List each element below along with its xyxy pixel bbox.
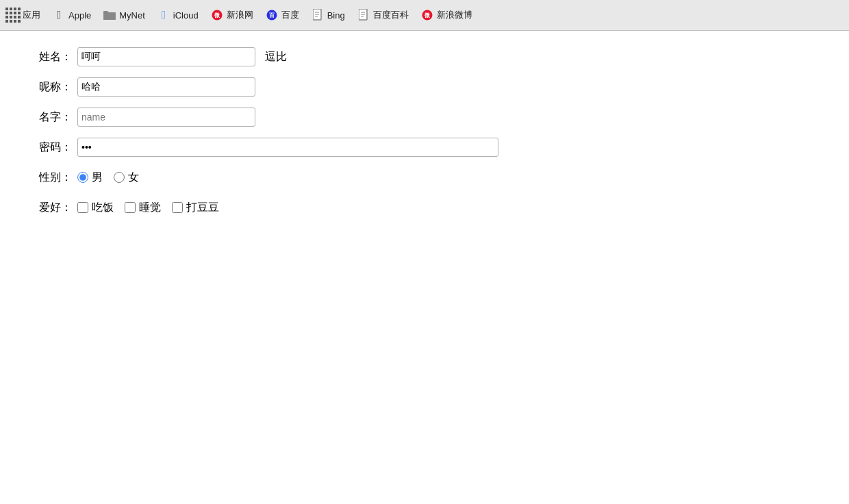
- hobby-row: 爱好： 吃饭 睡觉 打豆豆: [21, 195, 828, 220]
- toolbar-item-icloud[interactable]:  iCloud: [157, 9, 199, 21]
- gender-radio-group: 男 女: [77, 171, 139, 185]
- gender-male-text: 男: [92, 171, 103, 185]
- bing-doc-icon: [312, 9, 324, 21]
- name-row: 名字：: [21, 105, 828, 129]
- gender-female-text: 女: [128, 171, 139, 185]
- toolbar-item-baidubaike[interactable]: 百度百科: [357, 9, 409, 21]
- toolbar: 应用  Apple MyNet  iCloud 微 新浪网 百: [0, 0, 849, 31]
- gender-male-radio[interactable]: [77, 172, 88, 183]
- name-label: 名字：: [21, 110, 72, 125]
- gender-row: 性别： 男 女: [21, 165, 828, 190]
- baidubaike-doc-icon: [357, 9, 370, 21]
- toolbar-item-mynet[interactable]: MyNet: [103, 9, 145, 21]
- hobby-sleep-checkbox[interactable]: [125, 202, 136, 213]
- icloud-label: iCloud: [173, 10, 199, 21]
- hobby-eat-label[interactable]: 吃饭: [77, 201, 114, 215]
- hobby-checkbox-group: 吃饭 睡觉 打豆豆: [77, 201, 219, 215]
- apple-label: Apple: [68, 10, 91, 21]
- toolbar-item-xinlangweibo[interactable]: 微 新浪微博: [421, 9, 472, 21]
- bing-label: Bing: [327, 10, 345, 21]
- icloud-apple-icon: : [157, 9, 170, 21]
- lastname-row: 姓名： 逗比: [21, 45, 828, 69]
- hobby-label: 爱好：: [21, 201, 72, 215]
- apps-label: 应用: [23, 9, 40, 21]
- hobby-eat-checkbox[interactable]: [77, 202, 88, 213]
- folder-icon: [103, 9, 116, 21]
- toolbar-item-bing[interactable]: Bing: [312, 9, 345, 21]
- main-content: 姓名： 逗比 昵称： 名字： 密码： 性别： 男: [0, 31, 849, 504]
- hobby-fight-text: 打豆豆: [186, 201, 219, 215]
- toolbar-item-apps[interactable]: 应用: [7, 9, 40, 21]
- xinlang-weibo-icon: 微: [421, 9, 433, 21]
- gender-female-label[interactable]: 女: [114, 171, 139, 185]
- svg-text:百: 百: [269, 12, 275, 18]
- baidu-label: 百度: [281, 9, 299, 21]
- name-field: [77, 108, 255, 127]
- apps-grid-icon: [7, 9, 19, 21]
- hobby-fight-label[interactable]: 打豆豆: [172, 201, 219, 215]
- toolbar-item-apple[interactable]:  Apple: [53, 9, 91, 21]
- nickname-input[interactable]: [77, 77, 255, 97]
- gender-male-label[interactable]: 男: [77, 171, 103, 185]
- hobby-sleep-label[interactable]: 睡觉: [125, 201, 161, 215]
- baidubaike-label: 百度百科: [373, 9, 409, 21]
- baidu-icon: 百: [266, 9, 278, 21]
- nickname-row: 昵称：: [21, 75, 828, 99]
- password-row: 密码：: [21, 135, 828, 160]
- gender-female-radio[interactable]: [114, 172, 125, 183]
- nickname-field: [77, 77, 255, 97]
- sina-label: 新浪网: [227, 9, 253, 21]
- hobby-fight-checkbox[interactable]: [172, 202, 183, 213]
- hobby-sleep-text: 睡觉: [139, 201, 161, 215]
- lastname-adjacent-text: 逗比: [265, 50, 287, 64]
- hobby-eat-text: 吃饭: [92, 201, 114, 215]
- lastname-label: 姓名：: [21, 50, 72, 64]
- svg-text:微: 微: [214, 12, 220, 18]
- name-input[interactable]: [77, 108, 255, 127]
- xinlangweibo-label: 新浪微博: [437, 9, 472, 21]
- password-label: 密码：: [21, 140, 72, 155]
- nickname-label: 昵称：: [21, 80, 72, 94]
- svg-text:微: 微: [424, 12, 431, 18]
- password-field: [77, 138, 498, 157]
- lastname-field: 逗比: [77, 47, 287, 66]
- lastname-input[interactable]: [77, 47, 255, 66]
- sina-weibo-icon: 微: [211, 9, 223, 21]
- password-input[interactable]: [77, 138, 498, 157]
- gender-label: 性别：: [21, 171, 72, 185]
- mynet-label: MyNet: [119, 10, 145, 21]
- toolbar-item-sina[interactable]: 微 新浪网: [211, 9, 253, 21]
- apple-icon: : [53, 9, 65, 21]
- toolbar-item-baidu[interactable]: 百 百度: [266, 9, 299, 21]
